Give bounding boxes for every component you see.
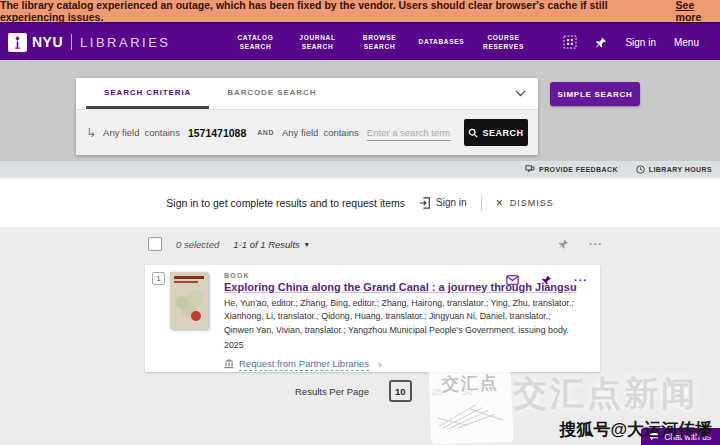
main-nav: CATALOG SEARCH JOURNAL SEARCH BROWSE SEA… xyxy=(230,33,528,51)
partner-library-icon xyxy=(224,359,234,369)
per-page-option-25[interactable]: 25 xyxy=(432,386,443,397)
pin-record-icon[interactable] xyxy=(541,274,552,286)
tab-barcode-search[interactable]: BARCODE SEARCH xyxy=(209,78,334,109)
chat-icon xyxy=(649,432,659,441)
cover-seal-art xyxy=(191,311,201,321)
logo-nyu-text: NYU xyxy=(32,34,63,50)
feedback-icon xyxy=(525,165,535,174)
signin-link[interactable]: Sign in xyxy=(419,197,467,209)
caret-down-icon: ▾ xyxy=(704,38,708,47)
results-area: 0 selected 1-1 of 1 Results ▾ ··· 1 BOOK… xyxy=(0,227,720,445)
selected-count: 0 selected xyxy=(176,239,219,250)
nav-course-reserves[interactable]: COURSE RESERVES xyxy=(478,33,528,51)
nyu-torch-icon xyxy=(8,33,27,52)
email-icon[interactable] xyxy=(506,275,519,285)
outage-banner: The library catalog experienced an outag… xyxy=(0,0,720,22)
cover-subtitle-art xyxy=(174,281,198,283)
pin-favorites-icon[interactable] xyxy=(595,36,607,49)
nav-databases[interactable]: DATABASES xyxy=(416,37,466,46)
page: The library catalog experienced an outag… xyxy=(0,0,720,445)
banner-message: The library catalog experienced an outag… xyxy=(0,0,671,23)
query-boolean[interactable]: AND xyxy=(257,129,274,136)
results-count-dropdown[interactable]: 1-1 of 1 Results ▾ xyxy=(233,239,309,250)
per-page-option-10[interactable]: 10 xyxy=(389,380,412,402)
results-header-actions: ··· xyxy=(558,238,603,250)
divider xyxy=(481,195,482,211)
logo-divider xyxy=(71,34,72,50)
library-hours-button[interactable]: LIBRARY HOURS xyxy=(636,165,712,174)
per-page-option-50[interactable]: 50 xyxy=(462,386,473,397)
query-value-1[interactable]: 1571471088 xyxy=(188,127,246,139)
search-icon xyxy=(468,128,478,138)
close-icon: × xyxy=(496,196,504,210)
request-partner-libraries-link[interactable]: Request from Partner Libraries › xyxy=(224,358,580,371)
logo-libraries-text: LIBRARIES xyxy=(80,35,170,50)
nyu-libraries-logo[interactable]: NYU LIBRARIES xyxy=(8,33,170,52)
panel-collapse-chevron-icon[interactable] xyxy=(515,90,526,97)
query-field-2[interactable]: Any field xyxy=(282,127,318,138)
search-button-label: SEARCH xyxy=(482,128,523,138)
advanced-search-panel: SEARCH CRITERIA BARCODE SEARCH ↳ Any fie… xyxy=(76,78,538,155)
simple-search-button[interactable]: SIMPLE SEARCH xyxy=(550,82,640,106)
search-section: SEARCH CRITERIA BARCODE SEARCH ↳ Any fie… xyxy=(0,60,720,161)
provide-feedback-button[interactable]: PROVIDE FEEDBACK xyxy=(525,165,618,174)
provide-feedback-label: PROVIDE FEEDBACK xyxy=(539,166,618,173)
menu-button[interactable]: Menu ▾ xyxy=(674,37,708,48)
dismiss-button[interactable]: × DISMISS xyxy=(496,196,554,210)
see-more-link[interactable]: See more xyxy=(676,0,720,23)
chat-label: Chat with us xyxy=(664,432,711,442)
book-cover-thumbnail[interactable] xyxy=(170,272,208,329)
results-count-label: 1-1 of 1 Results xyxy=(233,239,300,250)
results-more-button[interactable]: ··· xyxy=(589,238,603,250)
results-header: 0 selected 1-1 of 1 Results ▾ ··· xyxy=(148,237,603,251)
signin-link-label: Sign in xyxy=(436,197,467,208)
query-operator-1[interactable]: contains xyxy=(145,127,180,138)
clock-icon xyxy=(636,165,645,174)
per-page-row: Results Per Page 10 25 50 xyxy=(295,380,473,402)
record-actions: ··· xyxy=(506,274,588,286)
search-tabs: SEARCH CRITERIA BARCODE SEARCH xyxy=(76,78,538,110)
chat-with-us-button[interactable]: Chat with us xyxy=(641,428,720,445)
nav-browse-search[interactable]: BROWSE SEARCH xyxy=(354,33,404,51)
subquery-arrow-icon: ↳ xyxy=(86,127,96,139)
sign-in-icon xyxy=(419,197,431,209)
record-year: 2025 xyxy=(224,340,580,350)
dismiss-label: DISMISS xyxy=(510,198,554,208)
cover-map-art xyxy=(172,285,206,317)
header: NYU LIBRARIES CATALOG SEARCH JOURNAL SEA… xyxy=(0,22,720,60)
search-button[interactable]: SEARCH xyxy=(464,119,528,146)
request-link-label: Request from Partner Libraries xyxy=(239,358,369,371)
result-index: 1 xyxy=(152,272,165,285)
signin-bar: Sign in to get complete results and to r… xyxy=(0,178,720,227)
chevron-right-icon: › xyxy=(378,358,382,370)
record-body: BOOK Exploring China along the Grand Can… xyxy=(224,272,580,371)
caret-down-icon: ▾ xyxy=(305,240,309,249)
pin-results-icon[interactable] xyxy=(558,238,569,250)
search-term-input[interactable] xyxy=(367,125,451,141)
utility-strip: PROVIDE FEEDBACK LIBRARY HOURS xyxy=(0,161,720,178)
library-hours-label: LIBRARY HOURS xyxy=(649,166,712,173)
signin-message: Sign in to get complete results and to r… xyxy=(166,197,405,209)
record-authors: He, Yun'ao, editor.; Zhang, Bing, editor… xyxy=(224,297,580,337)
search-query-row: ↳ Any field contains 1571471088 AND Any … xyxy=(76,110,538,155)
nav-catalog-search[interactable]: CATALOG SEARCH xyxy=(230,33,280,51)
nav-journal-search[interactable]: JOURNAL SEARCH xyxy=(292,33,342,51)
query-operator-2[interactable]: contains xyxy=(323,127,358,138)
per-page-label: Results Per Page xyxy=(295,386,369,397)
tab-search-criteria[interactable]: SEARCH CRITERIA xyxy=(86,78,209,109)
result-card[interactable]: 1 BOOK Exploring China along the Grand C… xyxy=(145,265,600,372)
record-more-button[interactable]: ··· xyxy=(574,274,588,286)
header-signin-link[interactable]: Sign in xyxy=(625,37,656,48)
select-all-checkbox[interactable] xyxy=(148,237,162,251)
query-field-1[interactable]: Any field xyxy=(103,127,139,138)
menu-label: Menu xyxy=(674,37,699,48)
cover-title-art xyxy=(174,276,204,279)
header-right: Sign in Menu ▾ xyxy=(563,35,708,49)
crest-icon[interactable] xyxy=(563,35,577,49)
